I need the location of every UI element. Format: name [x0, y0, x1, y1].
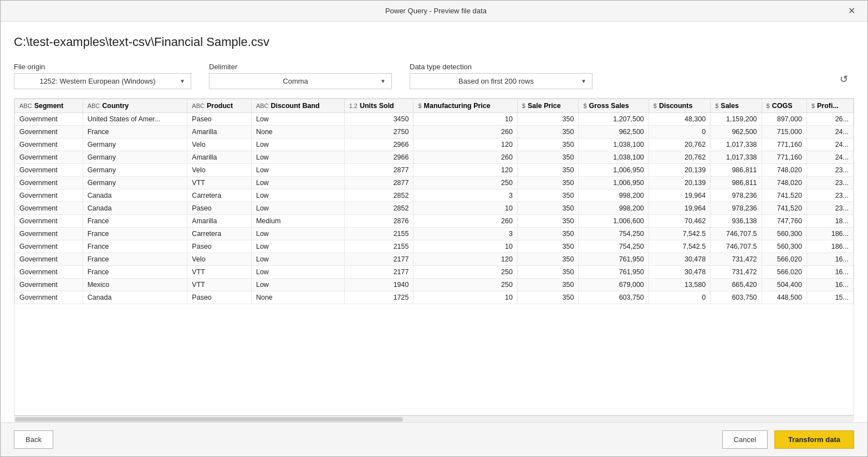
- table-cell: 250: [413, 177, 517, 189]
- table-cell: Carretera: [187, 228, 252, 240]
- table-cell: VTT: [187, 279, 252, 291]
- table-cell: 18...: [806, 215, 853, 228]
- table-cell: 2966: [344, 138, 413, 151]
- table-cell: Low: [251, 177, 344, 189]
- table-row: GovernmentUnited States of Amer...PaseoL…: [15, 113, 854, 126]
- table-cell: 504,400: [762, 279, 806, 291]
- col-header-profit: $Profi...: [806, 99, 853, 113]
- table-cell: 350: [517, 189, 579, 202]
- table-cell: Low: [251, 228, 344, 240]
- table-cell: Low: [251, 151, 344, 164]
- table-cell: None: [251, 291, 344, 304]
- table-cell: Low: [251, 164, 344, 177]
- table-cell: 16...: [806, 279, 853, 291]
- col-label-mfg_price: Manufacturing Price: [424, 102, 491, 110]
- table-row: GovernmentCanadaCarreteraLow28523350998,…: [15, 189, 854, 202]
- table-cell: 350: [517, 151, 579, 164]
- table-cell: 0: [649, 291, 710, 304]
- table-cell: Velo: [187, 164, 252, 177]
- table-cell: 2966: [344, 151, 413, 164]
- table-row: GovernmentFranceVeloLow2177120350761,950…: [15, 253, 854, 266]
- table-cell: 1,017,338: [711, 151, 762, 164]
- table-cell: Amarilla: [187, 151, 252, 164]
- table-cell: 350: [517, 240, 579, 253]
- file-origin-dropdown[interactable]: 1252: Western European (Windows) ▼: [14, 73, 191, 89]
- table-cell: 1,006,600: [579, 215, 649, 228]
- table-cell: Low: [251, 266, 344, 279]
- table-cell: 350: [517, 266, 579, 279]
- table-cell: 566,020: [762, 253, 806, 266]
- table-cell: 754,250: [579, 228, 649, 240]
- table-cell: 24...: [806, 151, 853, 164]
- data-table-container[interactable]: ABCSegmentABCCountryABCProductABCDiscoun…: [14, 98, 854, 415]
- table-row: GovernmentGermanyVTTLow28772503501,006,9…: [15, 177, 854, 189]
- file-origin-value: 1252: Western European (Windows): [20, 77, 175, 85]
- table-cell: 19,964: [649, 202, 710, 215]
- table-cell: 3450: [344, 113, 413, 126]
- table-cell: 2877: [344, 177, 413, 189]
- table-cell: 986,811: [711, 177, 762, 189]
- scroll-thumb[interactable]: [15, 417, 403, 422]
- table-cell: Germany: [83, 138, 187, 151]
- table-cell: 260: [413, 126, 517, 138]
- table-cell: Paseo: [187, 240, 252, 253]
- table-cell: 10: [413, 202, 517, 215]
- col-header-discounts: $Discounts: [649, 99, 710, 113]
- table-cell: 3: [413, 189, 517, 202]
- table-cell: 998,200: [579, 202, 649, 215]
- cancel-button[interactable]: Cancel: [722, 430, 768, 449]
- table-cell: 350: [517, 253, 579, 266]
- table-cell: 350: [517, 291, 579, 304]
- detection-dropdown[interactable]: Based on first 200 rows ▼: [410, 73, 593, 89]
- table-cell: 962,500: [579, 126, 649, 138]
- table-cell: 741,520: [762, 189, 806, 202]
- col-header-units_sold: 1.2Units Sold: [344, 99, 413, 113]
- table-cell: 603,750: [711, 291, 762, 304]
- table-cell: 350: [517, 164, 579, 177]
- chevron-down-icon: ▼: [581, 78, 586, 84]
- col-header-product: ABCProduct: [187, 99, 252, 113]
- table-cell: Germany: [83, 177, 187, 189]
- table-cell: VTT: [187, 177, 252, 189]
- col-type-icon-mfg_price: $: [418, 102, 421, 109]
- table-cell: 250: [413, 266, 517, 279]
- table-cell: 23...: [806, 189, 853, 202]
- table-cell: Low: [251, 240, 344, 253]
- table-row: GovernmentFranceCarreteraLow21553350754,…: [15, 228, 854, 240]
- table-cell: 10: [413, 240, 517, 253]
- refresh-button[interactable]: ↺: [834, 69, 854, 89]
- table-cell: 350: [517, 126, 579, 138]
- table-cell: Government: [15, 266, 83, 279]
- delimiter-label: Delimiter: [209, 63, 392, 71]
- col-label-profit: Profi...: [817, 102, 839, 110]
- table-row: GovernmentCanadaPaseoNone172510350603,75…: [15, 291, 854, 304]
- file-origin-group: File origin 1252: Western European (Wind…: [14, 63, 191, 89]
- table-cell: 2177: [344, 266, 413, 279]
- table-row: GovernmentFranceAmarillaNone275026035096…: [15, 126, 854, 138]
- table-cell: Government: [15, 113, 83, 126]
- delimiter-dropdown[interactable]: Comma ▼: [209, 73, 392, 89]
- table-row: GovernmentFranceAmarillaMedium2876260350…: [15, 215, 854, 228]
- title-bar: Power Query - Preview file data ✕: [1, 1, 867, 22]
- table-cell: 20,139: [649, 177, 710, 189]
- col-header-cogs: $COGS: [762, 99, 806, 113]
- table-cell: 1940: [344, 279, 413, 291]
- table-cell: France: [83, 228, 187, 240]
- close-button[interactable]: ✕: [845, 6, 859, 17]
- back-button[interactable]: Back: [14, 430, 53, 449]
- table-cell: Medium: [251, 215, 344, 228]
- table-cell: 24...: [806, 138, 853, 151]
- table-cell: 24...: [806, 126, 853, 138]
- table-cell: Low: [251, 138, 344, 151]
- col-type-icon-gross_sales: $: [583, 102, 586, 109]
- transform-button[interactable]: Transform data: [774, 430, 854, 449]
- table-cell: 16...: [806, 266, 853, 279]
- table-cell: 2155: [344, 228, 413, 240]
- horizontal-scrollbar[interactable]: [14, 415, 854, 422]
- table-cell: 23...: [806, 202, 853, 215]
- table-cell: Government: [15, 291, 83, 304]
- table-cell: 1725: [344, 291, 413, 304]
- table-cell: Canada: [83, 202, 187, 215]
- table-cell: 1,207,500: [579, 113, 649, 126]
- table-cell: 48,300: [649, 113, 710, 126]
